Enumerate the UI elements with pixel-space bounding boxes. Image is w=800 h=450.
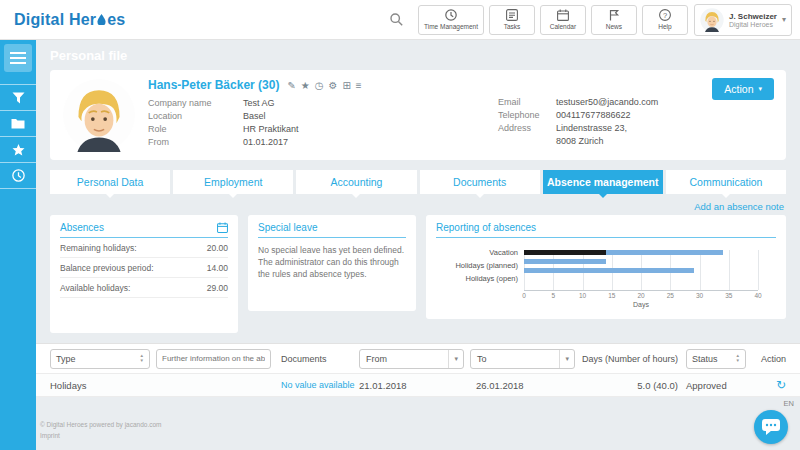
field-value: Test AG: [243, 97, 275, 110]
tab-documents[interactable]: Documents: [420, 170, 540, 194]
search-icon[interactable]: [390, 13, 403, 26]
chart-tick-label: 35: [725, 292, 732, 299]
nav-tasks-button[interactable]: Tasks: [489, 5, 535, 35]
status-select[interactable]: Status ▲▼: [686, 349, 746, 369]
reporting-panel-title: Reporting of absences: [436, 222, 536, 233]
tab-absence-management[interactable]: Absence management: [543, 170, 663, 194]
nav-news-button[interactable]: News: [591, 5, 637, 35]
row-documents-link[interactable]: No value available: [271, 380, 359, 390]
field-value: 01.01.2017: [243, 136, 288, 149]
id-card-icon[interactable]: ⊞: [342, 80, 350, 91]
tab-communication[interactable]: Communication: [666, 170, 786, 194]
menu-toggle-button[interactable]: [4, 44, 32, 72]
action-column-header: Action: [746, 354, 786, 364]
sidebar-item-files[interactable]: [0, 111, 36, 137]
absence-stat-row: Balance previous period:14.00: [60, 258, 228, 278]
chart-bar: [524, 259, 758, 264]
sidebar-item-filter[interactable]: [0, 85, 36, 111]
chevron-down-icon: ▾: [758, 85, 762, 93]
panels-row: Absences Remaining holidays:20.00 Balanc…: [50, 215, 786, 333]
chart-tick-label: 5: [551, 292, 555, 299]
to-date-select[interactable]: To ▾: [470, 349, 575, 369]
absence-info-input[interactable]: [156, 349, 271, 369]
chart-tick-label: 20: [637, 292, 644, 299]
type-filter-column: Type ▲▼: [50, 349, 150, 369]
settings-gear-icon[interactable]: ⚙: [329, 80, 338, 91]
tab-personal-data[interactable]: Personal Data: [50, 170, 170, 194]
chart-tick-label: 25: [667, 292, 674, 299]
sort-arrows-icon: ▲▼: [736, 354, 740, 363]
tab-bar: Personal Data Employment Accounting Docu…: [50, 170, 786, 194]
add-absence-note-link[interactable]: Add an absence note: [52, 201, 784, 212]
user-name: J. Schweizer: [729, 12, 777, 21]
field-value: 004117677886622: [556, 109, 630, 122]
tab-employment[interactable]: Employment: [173, 170, 293, 194]
from-date-select[interactable]: From ▾: [359, 349, 464, 369]
email-link[interactable]: testuser50@jacando.com: [556, 96, 658, 109]
hamburger-icon: [10, 52, 26, 64]
logo-droplet-icon: [97, 14, 106, 25]
profile-left-block: Hans-Peter Bäcker (30) ✎ ★ ◷ ⚙ ⊞ ≡ Compa…: [148, 78, 498, 152]
nav-button-label: Calendar: [550, 23, 576, 30]
calendar-icon[interactable]: [217, 222, 228, 233]
chart-bar-segment: [524, 250, 606, 255]
stat-label: Available holidays:: [60, 283, 130, 293]
type-select[interactable]: Type ▲▼: [50, 349, 150, 369]
chat-widget-button[interactable]: [754, 410, 788, 444]
row-action-cell: ↻: [746, 378, 786, 392]
sidebar-item-favorites[interactable]: [0, 137, 36, 163]
nav-calendar-button[interactable]: Calendar: [540, 5, 586, 35]
absence-stat-row: Remaining holidays:20.00: [60, 238, 228, 258]
field-label: Location: [148, 110, 243, 123]
user-info: J. Schweizer Digital Heroes: [729, 12, 777, 28]
field-row: LocationBasel: [148, 110, 498, 123]
copyright-text: © Digital Heroes powered by jacando.com: [40, 419, 162, 431]
field-row: AddressLindenstrasse 23,: [498, 122, 774, 135]
absences-panel-title: Absences: [60, 222, 104, 233]
type-select-label: Type: [56, 354, 76, 364]
documents-column-header: Documents: [271, 354, 359, 364]
chevron-down-icon: ▾: [559, 350, 574, 368]
nav-help-button[interactable]: ? Help: [642, 5, 688, 35]
nav-time-management-button[interactable]: Time Management: [418, 5, 484, 35]
field-label: From: [148, 136, 243, 149]
chart-bar: [524, 250, 758, 255]
absence-table-row: Holidays No value available 21.01.2018 2…: [36, 373, 800, 397]
special-leave-text: No special leave has yet been defined. T…: [258, 245, 406, 281]
tab-accounting[interactable]: Accounting: [296, 170, 416, 194]
refresh-icon[interactable]: ↻: [776, 378, 786, 392]
action-button-label: Action: [724, 83, 753, 95]
action-button[interactable]: Action ▾: [712, 78, 774, 100]
user-avatar: [700, 8, 724, 32]
field-row: Telephone004117677886622: [498, 109, 774, 122]
history-clock-icon[interactable]: ◷: [315, 80, 324, 91]
absence-stat-row: Available holidays:29.00: [60, 278, 228, 298]
logo-text-her: Her: [69, 11, 96, 29]
chart-bar-segment: [606, 250, 723, 255]
special-leave-panel: Special leave No special leave has yet b…: [248, 215, 416, 311]
edit-icon[interactable]: ✎: [287, 80, 295, 91]
user-menu[interactable]: J. Schweizer Digital Heroes ▾: [694, 4, 792, 36]
profile-action-icons: ✎ ★ ◷ ⚙ ⊞ ≡: [287, 80, 361, 91]
nav-button-label: Tasks: [504, 23, 521, 30]
chart-x-axis-label: Days: [524, 301, 758, 308]
chart-tick-label: 10: [579, 292, 586, 299]
sidebar-item-history[interactable]: [0, 163, 36, 189]
language-label: EN: [784, 399, 794, 408]
chart-tick-label: 30: [696, 292, 703, 299]
chart-category-labels: VacationHolidays (planned)Holidays (open…: [436, 246, 524, 308]
imprint-link[interactable]: Imprint: [40, 430, 162, 442]
field-label: Telephone: [498, 109, 556, 122]
org-list-icon[interactable]: ≡: [356, 80, 362, 91]
employee-avatar: [62, 78, 136, 152]
chart-category-label: Vacation: [436, 246, 518, 259]
tasks-icon: [506, 9, 518, 21]
row-from-cell: 21.01.2018: [359, 380, 464, 391]
page-title: Personal file: [36, 40, 800, 70]
sort-arrows-icon: ▲▼: [140, 354, 144, 363]
chart-x-axis-ticks: 0510152025303540: [524, 291, 758, 300]
stat-value: 14.00: [207, 263, 228, 273]
clock-icon: [12, 169, 25, 182]
row-days-cell: 5.0 (40.0): [575, 380, 686, 391]
favorite-star-icon[interactable]: ★: [301, 80, 310, 91]
